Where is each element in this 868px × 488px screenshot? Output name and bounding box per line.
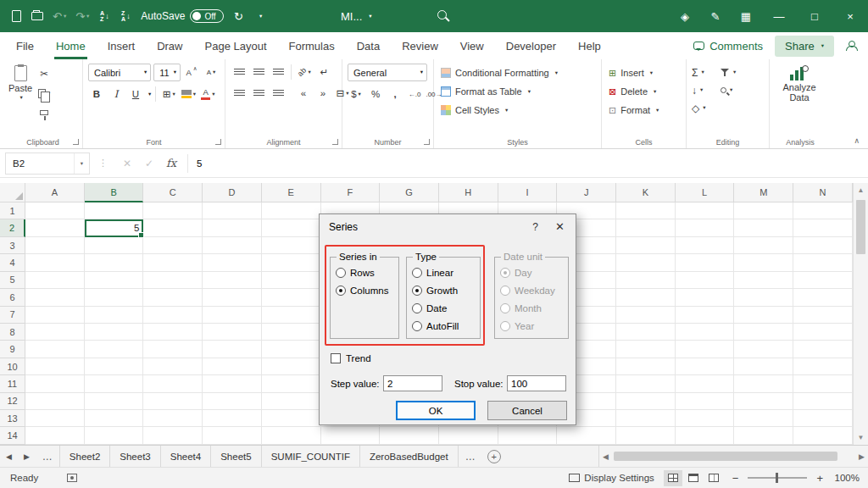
- cell-K9[interactable]: [616, 341, 676, 358]
- cell-A8[interactable]: [25, 324, 85, 341]
- cell-E1[interactable]: [262, 202, 321, 219]
- decrease-indent-button[interactable]: «: [295, 85, 312, 102]
- cell-M14[interactable]: [734, 427, 793, 444]
- decrease-font-size-button[interactable]: A▾: [203, 64, 220, 81]
- clear-button[interactable]: ◇▾: [692, 99, 721, 117]
- cell-L4[interactable]: [676, 254, 735, 271]
- ribbon-tab-home[interactable]: Home: [45, 32, 97, 59]
- cell-K6[interactable]: [616, 289, 676, 306]
- zoom-slider-thumb[interactable]: [776, 473, 778, 483]
- cell-I14[interactable]: [498, 427, 558, 444]
- page-layout-view-button[interactable]: [684, 470, 703, 486]
- row-header-12[interactable]: 12: [0, 393, 25, 410]
- dialog-close-button[interactable]: ✕: [555, 220, 565, 233]
- save-button[interactable]: [31, 8, 43, 25]
- cell-B3[interactable]: [85, 237, 144, 254]
- row-header-8[interactable]: 8: [0, 324, 25, 341]
- wrap-text-button[interactable]: ↵: [315, 64, 332, 80]
- pencil-icon[interactable]: ✎: [700, 10, 731, 23]
- sort-filter-button[interactable]: ▾: [721, 64, 749, 81]
- column-header-C[interactable]: C: [143, 183, 203, 202]
- ribbon-tab-file[interactable]: File: [5, 32, 45, 59]
- cell-C3[interactable]: [143, 237, 203, 254]
- underline-button[interactable]: U: [127, 86, 144, 103]
- align-center-button[interactable]: [250, 85, 267, 102]
- paste-button[interactable]: Paste ▾: [8, 64, 32, 121]
- cell-C10[interactable]: [143, 358, 203, 375]
- stop-value-input[interactable]: 100: [507, 375, 566, 391]
- font-family-select[interactable]: Calibri▾: [88, 64, 151, 81]
- column-header-A[interactable]: A: [25, 183, 85, 202]
- row-header-4[interactable]: 4: [0, 254, 25, 271]
- zoom-in-button[interactable]: +: [816, 472, 823, 485]
- cell-A11[interactable]: [25, 375, 85, 392]
- cell-K2[interactable]: [616, 219, 676, 236]
- cell-M5[interactable]: [734, 272, 793, 289]
- formula-bar-handle-icon[interactable]: ⋮: [98, 158, 108, 169]
- undo-button[interactable]: ↶▾: [53, 8, 66, 25]
- cell-B13[interactable]: [85, 410, 144, 427]
- radio-date[interactable]: Date: [412, 299, 475, 317]
- comments-button[interactable]: Comments: [693, 40, 763, 53]
- cell-C1[interactable]: [143, 202, 203, 219]
- delete-cells-button[interactable]: ⊠ Delete ▾: [607, 82, 681, 101]
- accounting-format-button[interactable]: $▾: [348, 86, 364, 103]
- cell-B12[interactable]: [85, 393, 144, 410]
- cell-M1[interactable]: [734, 202, 793, 219]
- cell-L2[interactable]: [676, 219, 735, 236]
- cell-B7[interactable]: [85, 307, 144, 324]
- cell-C14[interactable]: [143, 427, 203, 444]
- formula-input[interactable]: 5: [193, 158, 202, 169]
- cell-D5[interactable]: [203, 272, 262, 289]
- cell-A1[interactable]: [25, 202, 85, 219]
- vertical-scrollbar[interactable]: ▲ ▼: [853, 183, 868, 445]
- cell-G14[interactable]: [380, 427, 439, 444]
- cell-N9[interactable]: [793, 341, 853, 358]
- row-header-5[interactable]: 5: [0, 272, 25, 289]
- cell-K11[interactable]: [616, 375, 676, 392]
- new-sheet-button[interactable]: +: [487, 450, 501, 463]
- cell-A3[interactable]: [25, 237, 85, 254]
- cell-N14[interactable]: [793, 427, 853, 444]
- cell-L10[interactable]: [676, 358, 735, 375]
- cell-A10[interactable]: [25, 358, 85, 375]
- font-color-button[interactable]: A▾: [199, 86, 216, 103]
- zoom-level[interactable]: 100%: [832, 473, 860, 483]
- step-value-input[interactable]: 2: [383, 375, 442, 391]
- cell-N2[interactable]: [793, 219, 853, 236]
- cell-M9[interactable]: [734, 341, 793, 358]
- cell-D9[interactable]: [203, 341, 262, 358]
- cell-E8[interactable]: [262, 324, 321, 341]
- search-icon[interactable]: [437, 10, 447, 19]
- ribbon-tab-help[interactable]: Help: [567, 32, 612, 59]
- cell-J14[interactable]: [557, 427, 616, 444]
- cell-D14[interactable]: [203, 427, 262, 444]
- cell-M2[interactable]: [734, 219, 793, 236]
- cell-B14[interactable]: [85, 427, 144, 444]
- cancel-entry-icon[interactable]: ✕: [116, 158, 138, 169]
- cell-K7[interactable]: [616, 307, 676, 324]
- row-header-1[interactable]: 1: [0, 202, 25, 219]
- radio-growth[interactable]: Growth: [412, 281, 475, 299]
- cell-B11[interactable]: [85, 375, 144, 392]
- cell-N8[interactable]: [793, 324, 853, 341]
- name-box[interactable]: B2 ▾: [5, 152, 90, 175]
- column-header-B[interactable]: B: [85, 183, 144, 202]
- cell-N3[interactable]: [793, 237, 853, 254]
- cell-E6[interactable]: [262, 289, 321, 306]
- cell-D10[interactable]: [203, 358, 262, 375]
- cell-K4[interactable]: [616, 254, 676, 271]
- sheet-tab-sheet4[interactable]: Sheet4: [161, 446, 211, 467]
- hscroll-right-icon[interactable]: ▶: [859, 452, 865, 461]
- cell-A9[interactable]: [25, 341, 85, 358]
- autosave-switch[interactable]: Off: [190, 9, 223, 23]
- column-header-F[interactable]: F: [321, 183, 381, 202]
- workbook-title[interactable]: MI... ▾: [341, 0, 372, 32]
- ribbon-tab-developer[interactable]: Developer: [495, 32, 567, 59]
- cell-A13[interactable]: [25, 410, 85, 427]
- format-cells-button[interactable]: ⊡ Format ▾: [607, 101, 681, 119]
- macro-record-icon[interactable]: [67, 474, 77, 482]
- cell-L7[interactable]: [676, 307, 735, 324]
- vscroll-up-icon[interactable]: ▲: [858, 186, 865, 194]
- font-size-select[interactable]: 11▾: [153, 64, 181, 81]
